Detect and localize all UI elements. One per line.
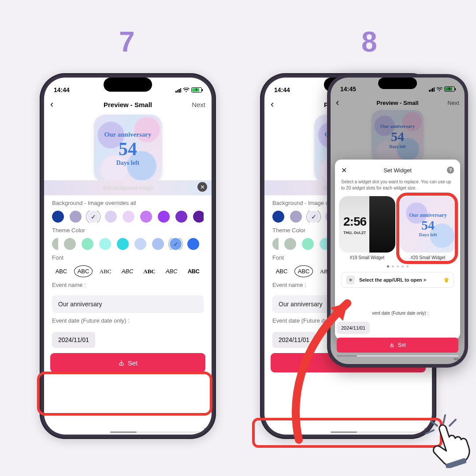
color-swatch[interactable] (272, 238, 279, 250)
set-icon (389, 342, 394, 348)
color-swatch[interactable] (52, 211, 64, 223)
color-swatch[interactable] (187, 238, 199, 250)
modal-title: Set Widget (383, 167, 412, 174)
slot-20-label: #20 Small Widget (400, 255, 456, 260)
step-number-7: 7 (119, 26, 134, 58)
theme-color-swatches (52, 238, 204, 250)
slot-20-number: 54 (421, 219, 435, 232)
color-swatch[interactable] (134, 238, 146, 250)
slot-20-thumb: Our anniversary 54 Days left (400, 196, 456, 253)
mini-set-button[interactable]: Set (337, 338, 458, 353)
event-name-label: Event name : (52, 282, 204, 288)
color-swatch[interactable] (272, 211, 284, 223)
background-color-swatches (52, 211, 204, 223)
section-background: Background - Image overrides all (44, 195, 212, 223)
event-date-picker[interactable]: 2024/11/01 (272, 332, 316, 348)
step-number-8: 8 (361, 26, 376, 58)
font-option[interactable]: ABC (162, 266, 181, 277)
mini-set-label: Set (398, 342, 405, 348)
back-button[interactable]: ‹ (50, 99, 68, 110)
section-event-name: Event name : (44, 277, 212, 313)
scroll-page-indicator: 0.0 (424, 427, 429, 431)
page-dots (341, 265, 454, 268)
widget-slot-19[interactable]: 2:56 THU, Oct.27 #19 Small Widget (339, 196, 395, 260)
select-app-row[interactable]: ＋ Select the app/URL to open > ♛ (341, 272, 454, 288)
section-font: Font ABCABCABCABCABCABCABCABC (44, 250, 212, 277)
pointer-hand-icon (428, 420, 471, 468)
notch (378, 78, 417, 89)
edit-bg-label: Edit background image (103, 185, 153, 190)
section-background-label: Background - Image overrides all (52, 200, 204, 206)
select-app-label: Select the app/URL to open > (359, 277, 426, 283)
color-swatch[interactable] (105, 211, 117, 223)
color-swatch[interactable] (140, 211, 152, 223)
color-swatch[interactable] (175, 211, 187, 223)
modal-close-icon[interactable]: ✕ (341, 166, 347, 175)
color-swatch[interactable] (170, 238, 182, 250)
color-swatch[interactable] (123, 211, 134, 223)
phone-frame-step7: 14:44 ϟ ‹ Preview - Small Next Our anniv… (40, 73, 216, 439)
mini-event-date[interactable]: 2024/11/01 (337, 322, 370, 334)
notch (104, 78, 152, 92)
bottom-scrollbar[interactable] (110, 431, 212, 433)
color-swatch[interactable] (82, 238, 93, 250)
bottom-scrollbar[interactable] (331, 431, 432, 433)
next-button[interactable]: Next (188, 101, 205, 108)
color-swatch[interactable] (290, 211, 302, 223)
font-option[interactable]: ABC (96, 266, 115, 277)
event-date-picker[interactable]: 2024/11/01 (52, 332, 95, 348)
font-option[interactable]: ABC (118, 266, 137, 277)
page-title: Preview - Small (104, 101, 152, 108)
font-option[interactable]: ABC (294, 265, 313, 277)
color-swatch[interactable] (99, 238, 111, 250)
mini-scroll-page: 0.0 (337, 357, 458, 361)
section-theme: Theme Color (44, 223, 212, 250)
screen-step8-front: 14:45 ϟ ‹ Preview - Small Next Our anniv… (331, 78, 465, 364)
color-swatch[interactable] (158, 211, 170, 223)
widget-title: Our anniversary (104, 131, 152, 138)
set-button[interactable]: Set (50, 353, 205, 372)
color-swatch[interactable] (302, 238, 314, 250)
wifi-icon (183, 88, 190, 93)
font-option[interactable]: ABC (184, 266, 203, 277)
color-swatch[interactable] (52, 238, 58, 250)
mini-event-date-label: vent date (Future date only) : (372, 311, 458, 316)
status-time: 14:44 (274, 86, 290, 93)
signal-icon (175, 88, 181, 93)
font-option[interactable]: ABC (52, 266, 71, 277)
slot-19-label: #19 Small Widget (339, 255, 395, 260)
color-swatch[interactable] (308, 211, 320, 223)
section-event-date: Event date (Future date only) : 2024/11/… (44, 313, 212, 348)
widget-subtitle: Days left (116, 160, 140, 167)
color-swatch[interactable] (70, 211, 82, 223)
phone-frame-step8-front: 14:45 ϟ ‹ Preview - Small Next Our anniv… (327, 74, 468, 368)
color-swatch[interactable] (117, 238, 129, 250)
widget-slot-20[interactable]: Our anniversary 54 Days left #20 Small W… (400, 196, 456, 260)
color-swatch[interactable] (152, 238, 164, 250)
scroll-page-indicator: 0.0 (204, 427, 209, 431)
edit-bg-strip[interactable]: Edit background image ✕ (44, 180, 212, 195)
slot-19-thumb: 2:56 THU, Oct.27 (339, 196, 395, 253)
back-button[interactable]: ‹ (271, 99, 288, 110)
status-time: 14:44 (54, 86, 70, 93)
font-option[interactable]: ABC (140, 266, 159, 277)
event-name-input[interactable] (52, 295, 204, 313)
mini-scrollbar[interactable] (337, 355, 458, 357)
font-option[interactable]: ABC (272, 266, 291, 277)
svg-line-2 (443, 415, 445, 423)
color-swatch[interactable] (284, 238, 296, 250)
widget-number: 54 (119, 139, 137, 159)
close-icon[interactable]: ✕ (197, 182, 207, 192)
color-swatch[interactable] (193, 211, 204, 223)
widget-slot-row: 2:56 THU, Oct.27 #19 Small Widget Our an… (341, 196, 454, 260)
screen-step7: 14:44 ϟ ‹ Preview - Small Next Our anniv… (44, 78, 212, 435)
plus-icon: ＋ (346, 275, 355, 284)
help-icon[interactable]: ? (447, 167, 454, 174)
nav-bar: ‹ Preview - Small Next (44, 96, 212, 112)
svg-line-3 (450, 420, 456, 426)
modal-description: Select a widget slot you want to replace… (341, 179, 454, 191)
color-swatch[interactable] (64, 238, 76, 250)
font-option[interactable]: ABC (74, 265, 93, 277)
color-swatch[interactable] (87, 211, 99, 223)
svg-rect-4 (445, 458, 467, 468)
